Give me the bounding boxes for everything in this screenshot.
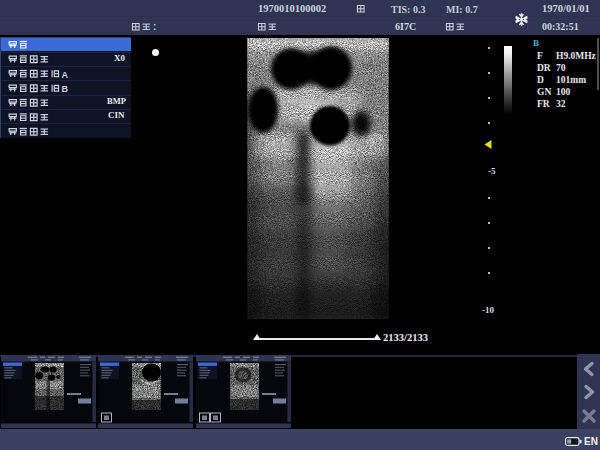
svg-text::: : bbox=[153, 21, 156, 32]
svg-text:A: A bbox=[62, 70, 69, 80]
svg-text:B: B bbox=[62, 84, 69, 94]
